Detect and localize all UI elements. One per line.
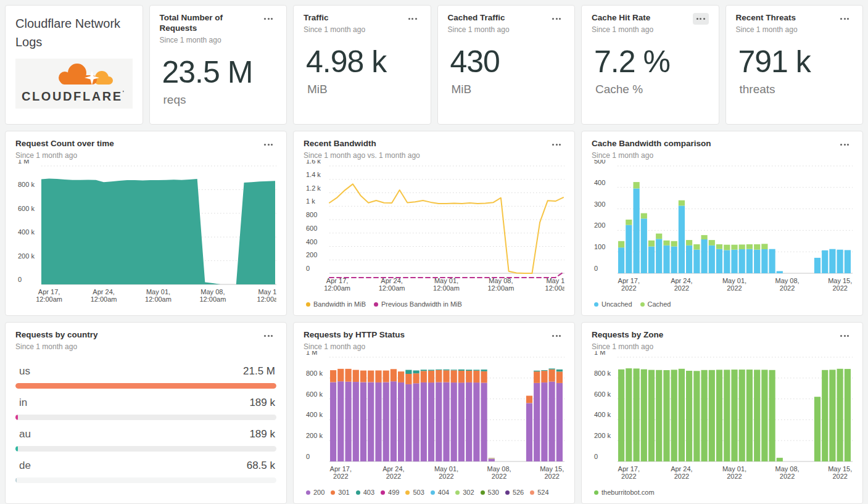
country-panel: Requests by country Since 1 month ago us… xyxy=(5,322,287,504)
svg-text:May 01,2022: May 01,2022 xyxy=(722,277,746,292)
svg-text:600 k: 600 k xyxy=(18,205,35,212)
svg-text:Apr 24,12:00am: Apr 24,12:00am xyxy=(379,277,405,292)
request-count-panel: Request Count over time Since 1 month ag… xyxy=(5,131,287,316)
dashboard: Cloudflare Network Logs CLOUDFLARE' Tota… xyxy=(0,0,868,504)
legend-item[interactable]: 200 xyxy=(306,489,324,496)
svg-text:May 15,2022: May 15,2022 xyxy=(828,465,852,480)
legend-label: theburritobot.com xyxy=(601,489,655,496)
kpi-title: Total Number of Requests xyxy=(160,13,261,34)
legend-item[interactable]: Uncached xyxy=(594,300,632,308)
svg-text:Apr 24,2022: Apr 24,2022 xyxy=(671,277,692,292)
panel-menu-button[interactable] xyxy=(693,13,709,25)
svg-text:200 k: 200 k xyxy=(594,432,611,439)
kpi-card: Cached TrafficSince 1 month ago430MiB xyxy=(437,5,576,125)
legend-item[interactable]: 524 xyxy=(530,489,548,496)
panel-menu-button[interactable] xyxy=(837,139,853,151)
panel-menu-button[interactable] xyxy=(837,13,853,25)
panel-menu-button[interactable] xyxy=(548,139,564,151)
kpi-value: 791 k xyxy=(738,44,853,80)
svg-text:Apr 17,12:00am: Apr 17,12:00am xyxy=(36,288,62,303)
zone-chart[interactable]: 1 M800 k600 k400 k200 k0Apr 17,2022Apr 2… xyxy=(592,351,853,485)
legend-dot-icon xyxy=(640,302,645,307)
ellipsis-icon xyxy=(840,144,842,146)
legend-item[interactable]: 301 xyxy=(331,489,349,496)
kpi-title: Cached Traffic xyxy=(448,13,510,23)
panel-title: Requests by HTTP Status xyxy=(304,330,405,341)
svg-text:400 k: 400 k xyxy=(594,411,611,418)
panel-subtitle: Since 1 month ago xyxy=(592,342,663,351)
kpi-unit: Cache % xyxy=(595,83,709,96)
panel-menu-button[interactable] xyxy=(405,13,421,25)
cache-bandwidth-chart[interactable]: 5004003002001000Apr 17,2022Apr 24,2022Ma… xyxy=(592,160,853,297)
legend-item[interactable]: 404 xyxy=(431,489,449,496)
country-list: us21.5 Min189 kau189 kde68.5 k xyxy=(15,357,276,483)
svg-text:0: 0 xyxy=(594,265,598,272)
svg-text:1 M: 1 M xyxy=(306,351,317,356)
kpi-unit: threats xyxy=(740,83,853,96)
legend-label: Uncached xyxy=(601,300,632,308)
kpi-title: Recent Threats xyxy=(736,13,798,23)
bandwidth-chart[interactable]: 1.6 k1.4 k1.2 k1 k8006004002000Apr 17,12… xyxy=(304,160,564,297)
legend-item[interactable]: 403 xyxy=(356,489,374,496)
kpi-subtitle: Since 1 month ago xyxy=(448,25,510,34)
country-bar-fill xyxy=(15,477,17,483)
ellipsis-icon xyxy=(408,18,410,20)
svg-text:1 M: 1 M xyxy=(18,160,29,165)
panel-title: Recent Bandwidth xyxy=(304,139,420,149)
request-count-chart[interactable]: 1 M800 k600 k400 k200 k0Apr 17,12:00amAp… xyxy=(15,160,276,308)
svg-text:600 k: 600 k xyxy=(594,390,611,397)
legend-item[interactable]: 526 xyxy=(505,489,524,496)
ellipsis-icon xyxy=(552,144,554,146)
panel-subtitle: Since 1 month ago xyxy=(15,342,98,351)
panel-menu-button[interactable] xyxy=(260,13,276,25)
legend-label: 403 xyxy=(363,489,374,496)
legend-item[interactable]: 499 xyxy=(381,489,399,496)
legend-item[interactable]: Bandwidth in MiB xyxy=(306,300,366,308)
svg-text:May 08,12:00am: May 08,12:00am xyxy=(199,288,226,303)
panel-menu-button[interactable] xyxy=(260,139,276,151)
svg-text:May 112:00a: May 112:00a xyxy=(257,288,276,303)
legend-item[interactable]: Cached xyxy=(640,300,671,308)
kpi-value: 23.5 M xyxy=(162,54,277,90)
http-status-chart[interactable]: 1 M800 k600 k400 k200 k0Apr 17,2022Apr 2… xyxy=(304,351,564,485)
legend-item[interactable]: theburritobot.com xyxy=(594,489,655,496)
http-status-legend: 200301403499503404302530526524 xyxy=(304,485,564,496)
legend-dot-icon xyxy=(306,490,310,495)
svg-text:May 15,2022: May 15,2022 xyxy=(540,465,564,480)
zone-panel: Requests by Zone Since 1 month ago 1 M80… xyxy=(581,322,863,504)
panel-subtitle: Since 1 month ago xyxy=(15,151,114,160)
charts-row-2: Requests by country Since 1 month ago us… xyxy=(5,322,863,504)
panel-menu-button[interactable] xyxy=(548,13,564,25)
legend-item[interactable]: 530 xyxy=(481,489,499,496)
kpi-card: Recent ThreatsSince 1 month ago791 kthre… xyxy=(725,5,864,125)
legend-item[interactable]: 503 xyxy=(405,489,424,496)
ellipsis-icon xyxy=(552,335,554,337)
bandwidth-panel: Recent Bandwidth Since 1 month ago vs. 1… xyxy=(293,131,575,316)
legend-dot-icon xyxy=(405,490,410,495)
country-label: in xyxy=(19,397,27,409)
panel-menu-button[interactable] xyxy=(260,330,276,342)
ellipsis-icon xyxy=(696,18,698,20)
kpi-card: Cache Hit RateSince 1 month ago7.2 %Cach… xyxy=(581,5,719,125)
svg-text:100: 100 xyxy=(594,243,605,250)
legend-dot-icon xyxy=(431,490,435,495)
panel-menu-button[interactable] xyxy=(837,330,853,342)
dashboard-title-panel: Cloudflare Network Logs CLOUDFLARE' xyxy=(5,5,143,125)
kpi-subtitle: Since 1 month ago xyxy=(592,25,653,34)
legend-label: 503 xyxy=(413,489,424,496)
svg-text:400 k: 400 k xyxy=(306,411,323,418)
kpi-card: TrafficSince 1 month ago4.98 kMiB xyxy=(293,5,431,125)
legend-dot-icon xyxy=(331,490,335,495)
svg-text:300: 300 xyxy=(594,200,605,207)
legend-item[interactable]: 302 xyxy=(455,489,474,496)
legend-dot-icon xyxy=(481,490,485,495)
bandwidth-legend: Bandwidth in MiBPrevious Bandwidth in Mi… xyxy=(304,297,564,308)
country-bar-fill xyxy=(15,446,18,452)
country-bar-fill xyxy=(15,415,18,420)
country-value: 21.5 M xyxy=(243,365,275,378)
panel-menu-button[interactable] xyxy=(548,330,564,342)
kpi-unit: MiB xyxy=(307,83,421,96)
svg-text:Apr 24,2022: Apr 24,2022 xyxy=(671,465,692,480)
legend-item[interactable]: Previous Bandwidth in MiB xyxy=(374,300,462,308)
legend-label: Previous Bandwidth in MiB xyxy=(381,300,462,308)
